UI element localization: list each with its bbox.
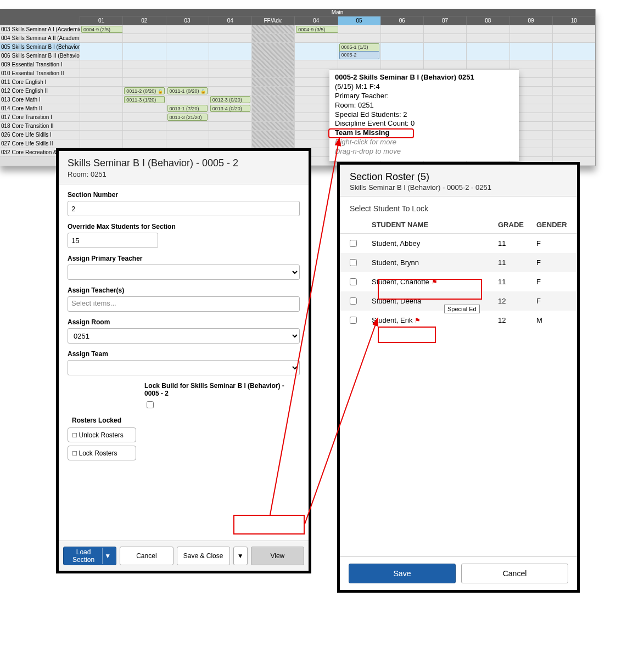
period-header[interactable]: FF/Adv. — [251, 16, 294, 25]
grid-cell[interactable] — [166, 139, 209, 148]
grid-cell[interactable] — [552, 113, 595, 121]
roster-cancel-button[interactable]: Cancel — [461, 564, 568, 583]
roster-row[interactable]: Student, Erik⚑12M — [340, 311, 577, 330]
period-header[interactable]: 01 — [80, 16, 122, 25]
course-row-label[interactable]: 004 Skills Seminar A II (Academic) — [0, 34, 80, 43]
course-row-label[interactable]: 018 Core Transition II — [0, 122, 80, 131]
grid-cell[interactable] — [552, 60, 595, 69]
grid-cell[interactable]: 0013-4 (0/20) — [209, 104, 251, 112]
grid-cell[interactable] — [122, 78, 165, 86]
grid-cell[interactable] — [552, 131, 595, 139]
grid-cell[interactable] — [80, 69, 122, 77]
section-chip[interactable]: 0013-4 (0/20) — [210, 105, 250, 112]
grid-cell[interactable] — [423, 25, 466, 33]
section-chip[interactable]: 0012-3 (0/20) — [210, 96, 250, 103]
period-header[interactable]: 03 — [166, 16, 209, 25]
section-chip[interactable]: 0004-9 (2/5) — [81, 26, 122, 33]
course-row-label[interactable]: 005 Skills Seminar B I (Behavior) — [0, 43, 80, 52]
grid-cell[interactable] — [294, 34, 337, 42]
grid-cell[interactable] — [552, 95, 595, 104]
grid-cell[interactable] — [552, 78, 595, 86]
grid-cell[interactable] — [509, 25, 552, 33]
grid-cell[interactable] — [80, 34, 122, 42]
grid-cell[interactable] — [122, 122, 165, 130]
grid-cell[interactable] — [209, 139, 251, 148]
course-row-label[interactable]: 003 Skills Seminar A I (Academic) — [0, 25, 80, 34]
grid-cell[interactable] — [251, 95, 294, 104]
course-row-label[interactable]: 009 Essential Transition I — [0, 60, 80, 69]
grid-cell[interactable] — [251, 78, 294, 86]
grid-cell[interactable] — [80, 95, 122, 104]
lock-build-checkbox[interactable] — [147, 401, 154, 408]
section-chip[interactable]: 0011-2 (0/20)🔒 — [124, 87, 164, 94]
period-header[interactable]: 02 — [122, 16, 165, 25]
teachers-multiselect[interactable]: Select items... — [68, 296, 300, 312]
grid-cell[interactable] — [466, 60, 509, 69]
grid-cell[interactable] — [209, 87, 251, 95]
grid-cell[interactable] — [466, 34, 509, 42]
grid-cell[interactable] — [166, 78, 209, 86]
cancel-button[interactable]: Cancel — [120, 547, 173, 565]
course-row-label[interactable]: 017 Core Transition I — [0, 113, 80, 122]
grid-cell[interactable] — [209, 69, 251, 77]
grid-cell[interactable]: 0005-1 (1/3)0005-2 — [338, 43, 380, 60]
roster-row[interactable]: Student, Abbey11F — [340, 234, 577, 253]
grid-cell[interactable] — [251, 113, 294, 121]
grid-cell[interactable] — [251, 122, 294, 130]
roster-row[interactable]: Student, Charlotte⚑11F — [340, 272, 577, 291]
grid-cell[interactable] — [552, 69, 595, 77]
grid-cell[interactable] — [251, 104, 294, 112]
period-header[interactable]: 05 — [338, 16, 380, 25]
grid-cell[interactable] — [166, 95, 209, 104]
section-chip[interactable]: 0005-2 — [339, 51, 379, 59]
grid-cell[interactable] — [122, 69, 165, 77]
grid-cell[interactable]: 0004-9 (3/5) — [294, 25, 337, 33]
grid-cell[interactable] — [552, 25, 595, 33]
grid-cell[interactable] — [209, 131, 251, 139]
grid-cell[interactable] — [209, 34, 251, 42]
grid-cell[interactable] — [209, 122, 251, 130]
grid-cell[interactable] — [380, 60, 423, 69]
grid-cell[interactable] — [423, 34, 466, 42]
unlock-rosters-button[interactable]: Unlock Rosters — [68, 427, 136, 442]
grid-cell[interactable]: 0013-3 (21/20) — [166, 113, 209, 121]
section-chip[interactable]: 0013-3 (21/20) — [167, 114, 208, 121]
grid-cell[interactable] — [80, 78, 122, 86]
grid-cell[interactable] — [380, 34, 423, 42]
grid-cell[interactable] — [122, 104, 165, 112]
grid-cell[interactable] — [338, 60, 380, 69]
grid-cell[interactable] — [166, 122, 209, 130]
course-row-label[interactable]: 014 Core Math II — [0, 104, 80, 113]
grid-cell[interactable] — [122, 131, 165, 139]
grid-cell[interactable] — [166, 34, 209, 42]
roster-save-button[interactable]: Save — [349, 564, 456, 583]
grid-cell[interactable] — [80, 43, 122, 60]
grid-cell[interactable] — [209, 78, 251, 86]
grid-cell[interactable] — [251, 139, 294, 148]
room-select[interactable]: 0251 — [68, 328, 300, 344]
grid-cell[interactable] — [251, 34, 294, 42]
grid-cell[interactable] — [251, 131, 294, 139]
grid-cell[interactable]: 0011-1 (0/20)🔒 — [166, 87, 209, 95]
grid-cell[interactable] — [552, 122, 595, 130]
grid-cell[interactable] — [552, 148, 595, 156]
grid-cell[interactable] — [122, 113, 165, 121]
grid-cell[interactable]: 0004-9 (2/5) — [80, 25, 122, 33]
grid-cell[interactable] — [209, 43, 251, 60]
course-row-label[interactable]: 006 Skills Seminar B II (Behavior) — [0, 52, 80, 60]
grid-cell[interactable] — [466, 25, 509, 33]
section-number-input[interactable] — [68, 201, 300, 216]
course-row-label[interactable]: 027 Core Life Skills II — [0, 139, 80, 148]
period-header[interactable]: 08 — [466, 16, 509, 25]
grid-cell[interactable] — [552, 34, 595, 42]
grid-cell[interactable] — [80, 87, 122, 95]
grid-cell[interactable] — [509, 43, 552, 60]
grid-cell[interactable] — [166, 69, 209, 77]
grid-cell[interactable] — [80, 122, 122, 130]
period-header[interactable]: 07 — [423, 16, 466, 25]
grid-cell[interactable] — [509, 34, 552, 42]
grid-cell[interactable] — [423, 60, 466, 69]
grid-cell[interactable] — [552, 43, 595, 60]
grid-cell[interactable] — [80, 60, 122, 69]
grid-cell[interactable] — [338, 25, 380, 33]
